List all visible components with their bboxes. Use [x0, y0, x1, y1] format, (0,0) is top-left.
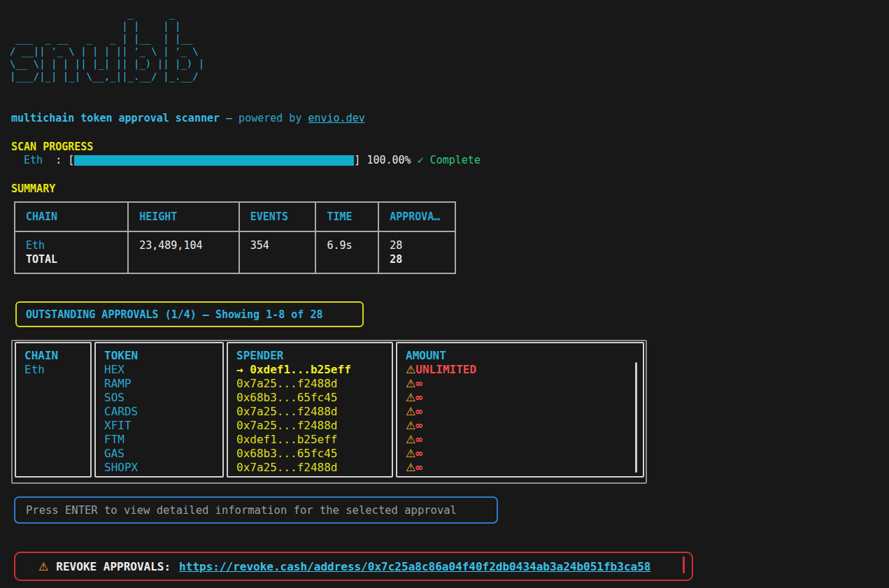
terminal-screen: _ _ | | | | ___ _ __ _ _ | |__ | |__ / _… [0, 0, 889, 588]
spender-list-item[interactable]: 0x68b3...65fc45 [236, 391, 392, 405]
amount-value: ∞ [415, 391, 422, 404]
spender-list-item[interactable]: 0x7a25...f2488d [236, 461, 392, 475]
app-subtitle: multichain token approval scanner [11, 112, 220, 124]
logo-line: ___ _ __ _ _ | |__ | |__ [10, 32, 204, 45]
logo-line: \__ \| | | || |_| || |_) || |_) | [10, 57, 204, 70]
scan-progress-heading: SCAN PROGRESS [11, 141, 93, 153]
summary-cell-time: 6.9s [315, 231, 378, 273]
approvals-col-header-token: TOKEN [104, 349, 222, 363]
approvals-spender-column: SPENDER → 0xdef1...b25eff 0x7a25...f2488… [227, 342, 393, 478]
amount-value: ∞ [415, 433, 422, 446]
progress-separator: : [ [43, 154, 74, 166]
progress-percent: 100.00% [367, 154, 417, 166]
revoke-box-tick [683, 557, 685, 573]
enter-hint-box: Press ENTER to view detailed information… [14, 496, 498, 524]
summary-heading: SUMMARY [11, 182, 55, 195]
summary-cell-height: 23,489,104 [128, 231, 239, 273]
amount-list-item[interactable]: ⚠∞ [406, 461, 643, 475]
approvals-chain-value: Eth [24, 363, 90, 377]
powered-by-label: powered by [239, 112, 308, 124]
check-icon: ✓ [418, 154, 424, 166]
warning-icon: ⚠ [406, 391, 415, 404]
summary-cell-chain: Eth TOTAL [15, 231, 128, 273]
progress-chain-label: Eth [24, 154, 43, 166]
approvals-col-header-chain: CHAIN [24, 349, 90, 363]
approvals-amount-column: AMOUNT ⚠UNLIMITED ⚠∞ ⚠∞ ⚠∞ ⚠∞ ⚠∞ ⚠∞ ⚠∞ [396, 342, 644, 478]
summary-col-time: TIME [315, 202, 378, 231]
summary-approvals-total: 28 [390, 252, 455, 266]
logo-line: | | | | [10, 20, 204, 32]
summary-table: CHAIN HEIGHT EVENTS TIME APPROVA… Eth TO… [14, 201, 456, 274]
tagline-dash: — [220, 112, 239, 124]
amount-list-item[interactable]: ⚠UNLIMITED [406, 363, 643, 377]
progress-bracket-close: ] [354, 154, 367, 166]
token-list-item[interactable]: SOS [104, 391, 222, 405]
approvals-scrollbar[interactable] [635, 362, 637, 473]
summary-cell-events: 354 [239, 231, 316, 273]
outstanding-approvals-banner: OUTSTANDING APPROVALS (1/4) — Showing 1-… [15, 301, 364, 327]
token-list-item[interactable]: XFIT [104, 419, 222, 433]
summary-height-value: 23,489,104 [139, 238, 239, 252]
warning-icon: ⚠ [406, 377, 415, 390]
summary-col-height: HEIGHT [128, 202, 239, 231]
revoke-approvals-box: ⚠ REVOKE APPROVALS: https://revoke.cash/… [14, 552, 693, 581]
amount-list-item[interactable]: ⚠∞ [406, 447, 643, 461]
amount-value: ∞ [415, 447, 422, 460]
revoke-approvals-label: REVOKE APPROVALS: [56, 560, 171, 573]
warning-icon: ⚠ [406, 433, 415, 446]
progress-status: Complete [424, 154, 481, 166]
spender-list-item[interactable]: 0xdef1...b25eff [236, 433, 392, 447]
envio-dev-link[interactable]: envio.dev [308, 112, 364, 124]
logo-line: / __|| '_ \ | | | || '_ \ | '_ \ [10, 45, 204, 57]
spender-list-item[interactable]: 0x7a25...f2488d [236, 405, 392, 419]
logo-line: _ _ [10, 7, 204, 20]
summary-col-approvals: APPROVA… [378, 202, 455, 231]
amount-value: UNLIMITED [415, 363, 476, 376]
warning-icon: ⚠ [406, 461, 415, 474]
snubb-ascii-logo: _ _ | | | | ___ _ __ _ _ | |__ | |__ / _… [10, 7, 204, 83]
token-list-item[interactable]: CARDS [104, 405, 222, 419]
summary-time-value: 6.9s [327, 238, 378, 252]
token-list-item[interactable]: HEX [104, 363, 222, 377]
amount-value: ∞ [415, 405, 422, 418]
warning-icon: ⚠ [406, 405, 415, 418]
amount-value: ∞ [415, 419, 422, 432]
approvals-col-header-amount: AMOUNT [406, 349, 643, 363]
summary-time-total [327, 252, 378, 266]
spender-list-item[interactable]: 0x68b3...65fc45 [236, 447, 392, 461]
amount-list-item[interactable]: ⚠∞ [406, 405, 643, 419]
revoke-cash-link[interactable]: https://revoke.cash/address/0x7c25a8c86a… [179, 560, 650, 573]
amount-list-item[interactable]: ⚠∞ [406, 419, 643, 433]
warning-icon: ⚠ [406, 419, 415, 432]
token-list-item[interactable]: GAS [104, 447, 222, 461]
warning-icon: ⚠ [406, 363, 415, 376]
summary-events-total [250, 252, 315, 266]
approvals-col-header-spender: SPENDER [236, 349, 392, 363]
tagline: multichain token approval scanner — powe… [11, 112, 365, 124]
amount-value: ∞ [415, 377, 422, 390]
summary-events-value: 354 [250, 238, 315, 252]
token-list-item[interactable]: FTM [104, 433, 222, 447]
outstanding-approvals-title: OUTSTANDING APPROVALS (1/4) — Showing 1-… [17, 308, 322, 321]
warning-icon: ⚠ [406, 447, 415, 460]
spender-list-item-selected[interactable]: → 0xdef1...b25eff [236, 363, 392, 377]
amount-list-item[interactable]: ⚠∞ [406, 391, 643, 405]
spender-list-item[interactable]: 0x7a25...f2488d [236, 419, 392, 433]
summary-height-total [139, 252, 239, 266]
token-list-item[interactable]: SHOPX [104, 461, 222, 475]
summary-approvals-value: 28 [390, 238, 455, 252]
spender-list-item[interactable]: 0x7a25...f2488d [236, 377, 392, 391]
spender-address: 0xdef1...b25eff [250, 363, 351, 376]
summary-data-row: Eth TOTAL 23,489,104 354 6.9s 28 28 [15, 231, 455, 273]
summary-chain-eth: Eth [26, 238, 127, 252]
token-list-item[interactable]: RAMP [104, 377, 222, 391]
summary-cell-approvals: 28 28 [378, 231, 455, 273]
summary-chain-total: TOTAL [26, 252, 127, 266]
amount-value: ∞ [415, 461, 422, 474]
amount-list-item[interactable]: ⚠∞ [406, 433, 643, 447]
selection-arrow-icon: → [236, 363, 250, 376]
summary-col-chain: CHAIN [15, 202, 128, 231]
summary-header-row: CHAIN HEIGHT EVENTS TIME APPROVA… [15, 202, 455, 231]
amount-list-item[interactable]: ⚠∞ [406, 377, 643, 391]
scan-progress-row: Eth : [] 100.00% ✓ Complete [11, 154, 481, 166]
